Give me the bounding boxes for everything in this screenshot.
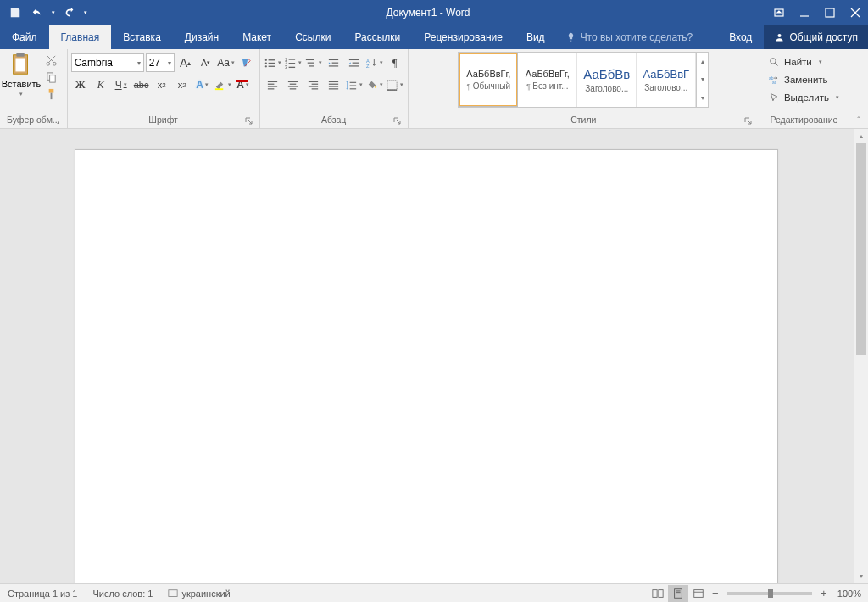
gallery-scroll-up[interactable]: ▴ <box>697 53 708 70</box>
tab-layout[interactable]: Макет <box>231 25 283 49</box>
font-size-combo[interactable]: 27 <box>146 53 175 72</box>
tab-mailings[interactable]: Рассылки <box>342 25 412 49</box>
align-center-button[interactable] <box>284 75 303 94</box>
group-clipboard: Вставить ▾ Буфер обм... <box>0 49 68 128</box>
line-spacing-button[interactable] <box>345 75 364 94</box>
qat-customize-icon[interactable]: ▾ <box>81 3 90 23</box>
borders-button[interactable] <box>386 75 404 94</box>
view-print-layout[interactable] <box>668 585 688 602</box>
scroll-thumb[interactable] <box>856 143 866 355</box>
zoom-in-button[interactable]: + <box>817 587 831 599</box>
svg-rect-65 <box>653 589 657 597</box>
text-effects-button[interactable]: A <box>193 75 212 94</box>
view-read-mode[interactable] <box>648 585 668 602</box>
replace-button[interactable]: abac Заменить <box>766 71 842 88</box>
decrease-indent-button[interactable] <box>325 53 343 72</box>
tab-home[interactable]: Главная <box>49 25 112 49</box>
style-heading1[interactable]: АаБбВв Заголово... <box>577 53 637 107</box>
style-nospacing[interactable]: АаБбВвГг, ¶ Без инт... <box>518 53 577 107</box>
status-bar: Страница 1 из 1 Число слов: 1 украинский… <box>0 583 868 602</box>
strikethrough-button[interactable]: abc <box>132 75 151 94</box>
view-web-layout[interactable] <box>688 585 709 602</box>
format-painter-button[interactable] <box>42 87 59 102</box>
tab-insert[interactable]: Вставка <box>111 25 173 49</box>
italic-button[interactable]: К <box>92 75 110 94</box>
svg-rect-2 <box>826 8 834 17</box>
grow-font-button[interactable]: A▴ <box>176 53 195 72</box>
tab-view[interactable]: Вид <box>515 25 557 49</box>
shading-button[interactable] <box>365 75 384 94</box>
svg-rect-67 <box>674 588 682 598</box>
tab-review[interactable]: Рецензирование <box>412 25 515 49</box>
tab-references[interactable]: Ссылки <box>283 25 342 49</box>
sort-button[interactable]: AZ <box>365 53 384 72</box>
scroll-up-button[interactable]: ▴ <box>854 129 868 143</box>
numbering-button[interactable]: 123 <box>284 53 303 72</box>
document-page[interactable] <box>75 149 778 583</box>
undo-button[interactable] <box>27 3 47 23</box>
status-language[interactable]: украинский <box>160 588 237 599</box>
scissors-icon <box>45 54 58 67</box>
bullets-button[interactable] <box>264 53 282 72</box>
style-heading2[interactable]: АаБбВвГ Заголово... <box>637 53 696 107</box>
increase-indent-button[interactable] <box>345 53 364 72</box>
clipboard-dialog-launcher[interactable] <box>52 117 62 127</box>
redo-button[interactable] <box>59 3 80 23</box>
bold-button[interactable]: Ж <box>71 75 90 94</box>
change-case-button[interactable]: Aa <box>217 53 236 72</box>
clear-formatting-button[interactable] <box>237 53 256 72</box>
vertical-scrollbar[interactable]: ▴ ▾ <box>854 129 868 583</box>
zoom-out-button[interactable]: − <box>709 587 722 599</box>
zoom-handle[interactable] <box>768 589 773 598</box>
copy-button[interactable] <box>42 70 59 85</box>
collapse-ribbon-button[interactable]: ˆ <box>849 49 868 128</box>
minimize-button[interactable] <box>792 0 817 25</box>
close-button[interactable] <box>843 0 868 25</box>
save-button[interactable] <box>5 3 25 23</box>
svg-rect-28 <box>306 59 314 59</box>
paste-button[interactable]: Вставить ▾ <box>3 52 39 98</box>
spellcheck-icon <box>168 588 178 599</box>
underline-button[interactable]: Ч <box>112 75 131 94</box>
gallery-scroll-down[interactable]: ▾ <box>697 70 708 88</box>
cut-button[interactable] <box>42 53 59 68</box>
maximize-button[interactable] <box>817 0 843 25</box>
font-color-button[interactable]: A <box>234 75 253 94</box>
show-marks-button[interactable]: ¶ <box>386 53 404 72</box>
paragraph-dialog-launcher[interactable] <box>392 117 403 127</box>
svg-rect-57 <box>350 88 357 89</box>
scroll-down-button[interactable]: ▾ <box>854 569 868 583</box>
multilevel-list-button[interactable] <box>304 53 323 72</box>
tab-design[interactable]: Дизайн <box>173 25 231 49</box>
subscript-button[interactable]: x2 <box>153 75 171 94</box>
style-normal[interactable]: АаБбВвГг, ¶ Обычный <box>459 53 518 107</box>
undo-dropdown-icon[interactable]: ▾ <box>49 3 58 23</box>
select-button[interactable]: Выделить <box>766 89 842 106</box>
superscript-button[interactable]: x2 <box>173 75 192 94</box>
align-right-button[interactable] <box>304 75 323 94</box>
svg-rect-58 <box>387 80 397 89</box>
zoom-percent[interactable]: 100% <box>831 588 868 599</box>
styles-dialog-launcher[interactable] <box>743 117 754 127</box>
share-button[interactable]: Общий доступ <box>764 25 868 49</box>
page-canvas[interactable] <box>0 129 854 583</box>
tell-me-search[interactable]: Что вы хотите сделать? <box>557 25 702 49</box>
signin-button[interactable]: Вход <box>717 25 764 49</box>
svg-rect-52 <box>329 83 338 84</box>
ribbon-display-button[interactable] <box>766 0 792 25</box>
font-dialog-launcher[interactable] <box>244 117 254 127</box>
svg-rect-7 <box>16 53 24 57</box>
shrink-font-button[interactable]: A▾ <box>197 53 215 72</box>
status-word-count[interactable]: Число слов: 1 <box>85 588 160 599</box>
find-button[interactable]: Найти <box>766 53 842 70</box>
outdent-icon <box>327 57 340 70</box>
align-left-button[interactable] <box>264 75 282 94</box>
justify-button[interactable] <box>325 75 343 94</box>
gallery-expand[interactable]: ▾ <box>697 89 708 107</box>
tab-file[interactable]: Файл <box>0 25 49 49</box>
zoom-slider[interactable] <box>727 592 812 595</box>
tell-me-placeholder: Что вы хотите сделать? <box>581 31 693 43</box>
status-page[interactable]: Страница 1 из 1 <box>0 588 85 599</box>
highlight-button[interactable] <box>214 75 232 94</box>
font-name-combo[interactable]: Cambria <box>71 53 144 72</box>
